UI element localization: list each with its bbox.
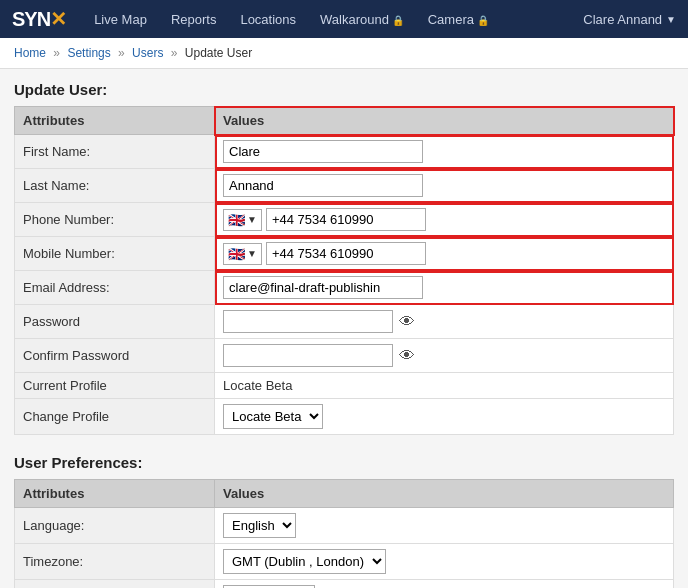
confirm-password-group: 👁	[223, 344, 665, 367]
phone-flag-select[interactable]: 🇬🇧 ▼	[223, 209, 262, 231]
preferences-table: Attributes Values Language: English Time…	[14, 479, 674, 588]
breadcrumb-users[interactable]: Users	[132, 46, 163, 60]
phone-dropdown-icon: ▼	[247, 214, 257, 225]
breadcrumb-sep3: »	[171, 46, 181, 60]
breadcrumb-current: Update User	[185, 46, 252, 60]
breadcrumb: Home » Settings » Users » Update User	[0, 38, 688, 69]
email-input[interactable]	[223, 276, 423, 299]
timezone-label: Timezone:	[15, 544, 215, 580]
nav-camera[interactable]: Camera	[418, 4, 499, 35]
last-name-input[interactable]	[223, 174, 423, 197]
logo: SYN✕	[12, 7, 66, 31]
phone-group: 🇬🇧 ▼	[223, 208, 665, 231]
table-row: First Name:	[15, 135, 674, 169]
table-row: Mobile Number: 🇬🇧 ▼	[15, 237, 674, 271]
breadcrumb-sep1: »	[53, 46, 63, 60]
user-form-table: Attributes Values First Name: Last Name:	[14, 106, 674, 435]
last-name-label: Last Name:	[15, 169, 215, 203]
confirm-password-label: Confirm Password	[15, 339, 215, 373]
change-profile-label: Change Profile	[15, 399, 215, 435]
main-content: Update User: Attributes Values First Nam…	[0, 69, 688, 588]
language-label: Language:	[15, 508, 215, 544]
breadcrumb-settings[interactable]: Settings	[67, 46, 110, 60]
mobile-label: Mobile Number:	[15, 237, 215, 271]
mobile-flag-select[interactable]: 🇬🇧 ▼	[223, 243, 262, 265]
table-row: Password 👁	[15, 305, 674, 339]
breadcrumb-home[interactable]: Home	[14, 46, 46, 60]
timezone-select[interactable]: GMT (Dublin , London)	[223, 549, 386, 574]
password-label: Password	[15, 305, 215, 339]
navbar: SYN✕ Live Map Reports Locations Walkarou…	[0, 0, 688, 38]
current-profile-label: Current Profile	[15, 373, 215, 399]
brand: SYN✕	[12, 7, 66, 31]
mobile-group: 🇬🇧 ▼	[223, 242, 665, 265]
phone-label: Phone Number:	[15, 203, 215, 237]
email-label: Email Address:	[15, 271, 215, 305]
nav-links: Live Map Reports Locations Walkaround Ca…	[84, 4, 583, 35]
page-title: Update User:	[14, 81, 674, 98]
confirm-password-eye-button[interactable]: 👁	[397, 347, 417, 365]
phone-input[interactable]	[266, 208, 426, 231]
table-row: Email Address:	[15, 271, 674, 305]
language-select[interactable]: English	[223, 513, 296, 538]
password-group: 👁	[223, 310, 665, 333]
values-header: Values	[215, 107, 674, 135]
nav-reports[interactable]: Reports	[161, 4, 227, 35]
pref-row-timezone: Timezone: GMT (Dublin , London)	[15, 544, 674, 580]
distance-label: Distance Unit:	[15, 580, 215, 589]
pref-row-distance: Distance Unit: Kilometers Miles	[15, 580, 674, 589]
password-eye-button[interactable]: 👁	[397, 313, 417, 331]
nav-walkaround[interactable]: Walkaround	[310, 4, 414, 35]
attributes-header: Attributes	[15, 107, 215, 135]
current-profile-value: Locate Beta	[223, 378, 292, 393]
first-name-label: First Name:	[15, 135, 215, 169]
mobile-dropdown-icon: ▼	[247, 248, 257, 259]
pref-attributes-header: Attributes	[15, 480, 215, 508]
confirm-password-input[interactable]	[223, 344, 393, 367]
nav-user[interactable]: Clare Annand	[583, 12, 676, 27]
table-row: Current Profile Locate Beta	[15, 373, 674, 399]
table-row: Change Profile Locate Beta	[15, 399, 674, 435]
table-row: Phone Number: 🇬🇧 ▼	[15, 203, 674, 237]
pref-values-header: Values	[215, 480, 674, 508]
preferences-title: User Preferences:	[14, 454, 674, 471]
uk-flag-icon: 🇬🇧	[228, 212, 245, 228]
uk-flag-icon-mobile: 🇬🇧	[228, 246, 245, 262]
breadcrumb-sep2: »	[118, 46, 128, 60]
pref-row-language: Language: English	[15, 508, 674, 544]
nav-livemap[interactable]: Live Map	[84, 4, 157, 35]
table-row: Last Name:	[15, 169, 674, 203]
change-profile-select[interactable]: Locate Beta	[223, 404, 323, 429]
password-input[interactable]	[223, 310, 393, 333]
first-name-input[interactable]	[223, 140, 423, 163]
table-row: Confirm Password 👁	[15, 339, 674, 373]
mobile-input[interactable]	[266, 242, 426, 265]
nav-locations[interactable]: Locations	[230, 4, 306, 35]
